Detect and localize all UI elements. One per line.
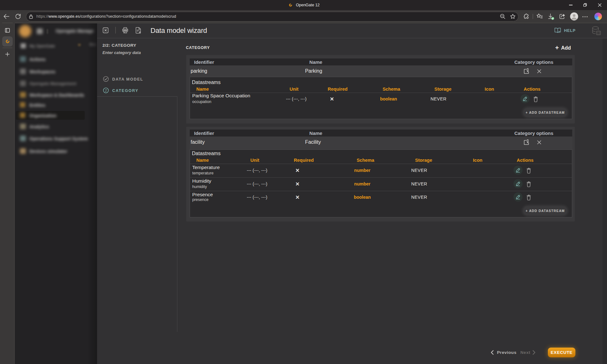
svg-text:?: ?	[558, 31, 560, 33]
svg-text:2: 2	[105, 88, 107, 92]
